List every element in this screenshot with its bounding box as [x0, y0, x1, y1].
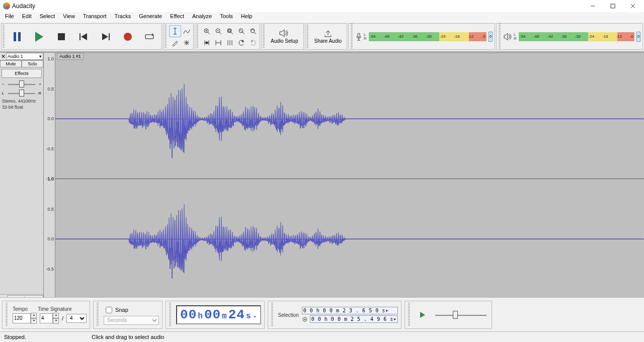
svg-line-24	[231, 32, 233, 34]
track-name-dropdown[interactable]: Audio 1▾	[6, 53, 43, 60]
speaker-icon	[279, 29, 289, 37]
skip-start-button[interactable]	[73, 26, 94, 47]
share-audio-button[interactable]: Share Audio	[310, 25, 346, 48]
grip-icon[interactable]	[306, 25, 308, 48]
fit-project-button[interactable]	[235, 25, 248, 37]
zoom-toggle-button[interactable]	[247, 25, 259, 37]
menu-bar: File Edit Select View Transport Tracks G…	[0, 12, 644, 22]
audio-setup-label: Audio Setup	[271, 38, 298, 44]
menu-effect[interactable]: Effect	[166, 12, 188, 22]
track-close-button[interactable]: ✕	[0, 53, 6, 60]
silence-button[interactable]	[212, 37, 224, 49]
menu-analyze[interactable]: Analyze	[188, 12, 216, 22]
sync-lock-button[interactable]	[224, 37, 236, 49]
chevron-down-icon: ▾	[39, 54, 42, 59]
svg-line-21	[219, 32, 221, 34]
selection-tool-button[interactable]	[169, 25, 181, 37]
waveform-area[interactable]: Audio 1 #1	[55, 53, 644, 61]
play-button[interactable]	[29, 26, 50, 47]
fit-selection-button[interactable]	[224, 25, 236, 37]
svg-point-23	[227, 29, 231, 33]
multi-tool-button[interactable]	[181, 37, 193, 49]
meter-peak-icon: 0	[636, 32, 640, 42]
recording-meter[interactable]: L R -54-48-42-36-30-24-18-12-6 0	[348, 23, 495, 50]
share-audio-label: Share Audio	[314, 38, 342, 44]
menu-tracks[interactable]: Tracks	[111, 12, 135, 22]
grip-icon[interactable]	[165, 25, 167, 48]
transport-toolbar	[1, 23, 162, 50]
svg-marker-43	[280, 30, 284, 37]
solo-button[interactable]: Solo	[22, 60, 43, 61]
menu-generate[interactable]: Generate	[135, 12, 166, 22]
meter-r-label: R	[364, 37, 367, 41]
audio-setup-toolbar: Audio Setup	[261, 23, 304, 50]
grip-icon[interactable]	[196, 25, 198, 48]
minimize-button[interactable]	[583, 0, 603, 12]
title-bar: Audacity	[0, 0, 644, 12]
workspace: ✕ Audio 1▾ Mute Solo Effects − + L R Ste…	[0, 52, 644, 61]
svg-line-28	[239, 29, 243, 32]
menu-select[interactable]: Select	[36, 12, 59, 22]
trim-button[interactable]	[201, 37, 213, 49]
stop-button[interactable]	[51, 26, 72, 47]
record-button[interactable]	[117, 26, 138, 47]
play-meter-bar[interactable]: -54-48-42-36-30-24-18-12-6	[519, 32, 634, 41]
svg-marker-5	[81, 33, 87, 40]
zoom-in-button[interactable]	[201, 25, 213, 37]
svg-rect-25	[228, 30, 230, 32]
app-logo-icon	[3, 3, 10, 10]
svg-line-30	[254, 32, 256, 34]
grip-icon[interactable]	[263, 25, 265, 48]
meter-r-label: R	[514, 37, 517, 41]
grip-icon[interactable]	[351, 24, 353, 49]
audio-setup-button[interactable]: Audio Setup	[267, 25, 302, 48]
close-button[interactable]	[623, 0, 643, 12]
svg-marker-45	[504, 33, 508, 40]
zoom-out-button[interactable]	[212, 25, 224, 37]
loop-button[interactable]	[139, 26, 160, 47]
svg-rect-7	[109, 33, 110, 40]
share-audio-toolbar: Share Audio	[305, 23, 348, 50]
svg-rect-44	[358, 33, 360, 37]
svg-rect-4	[79, 33, 80, 40]
track-control-panel: ✕ Audio 1▾ Mute Solo Effects − + L R Ste…	[0, 53, 44, 61]
record-meter-bar[interactable]: -54-48-42-36-30-24-18-12-6	[369, 32, 487, 41]
upload-icon	[324, 29, 333, 37]
maximize-button[interactable]	[603, 0, 623, 12]
vertical-scale[interactable]: 1.00.50.0-0.5-1.01.00.50.0-0.5-1.0	[44, 53, 55, 61]
menu-transport[interactable]: Transport	[79, 12, 111, 22]
svg-rect-1	[611, 4, 615, 8]
menu-file[interactable]: File	[1, 12, 18, 22]
undo-button[interactable]	[235, 37, 248, 49]
svg-marker-33	[205, 41, 207, 44]
meter-peak-icon: 0	[489, 32, 493, 42]
svg-marker-34	[207, 41, 209, 44]
app-title: Audacity	[12, 3, 35, 10]
clip-title[interactable]: Audio 1 #1	[57, 53, 84, 60]
redo-button[interactable]	[247, 37, 259, 49]
svg-line-17	[208, 32, 210, 34]
svg-line-27	[243, 32, 245, 34]
svg-marker-6	[102, 33, 108, 40]
toolbar: Audio Setup Share Audio L R -54-48-42-36…	[0, 22, 644, 51]
playback-meter[interactable]: L R -54-48-42-36-30-24-18-12-6 0	[496, 23, 643, 50]
edit-toolbar	[195, 23, 260, 50]
envelope-tool-button[interactable]	[181, 25, 193, 37]
pause-button[interactable]	[7, 26, 28, 47]
speaker-icon	[504, 33, 512, 41]
menu-edit[interactable]: Edit	[18, 12, 36, 22]
grip-icon[interactable]	[3, 25, 5, 48]
menu-help[interactable]: Help	[237, 12, 257, 22]
menu-tools[interactable]: Tools	[216, 12, 237, 22]
skip-end-button[interactable]	[95, 26, 116, 47]
grip-icon[interactable]	[499, 24, 501, 49]
menu-view[interactable]: View	[59, 12, 79, 22]
draw-tool-button[interactable]	[169, 37, 181, 49]
tools-toolbar	[163, 23, 194, 50]
microphone-icon	[356, 33, 362, 41]
mute-button[interactable]: Mute	[0, 60, 22, 61]
